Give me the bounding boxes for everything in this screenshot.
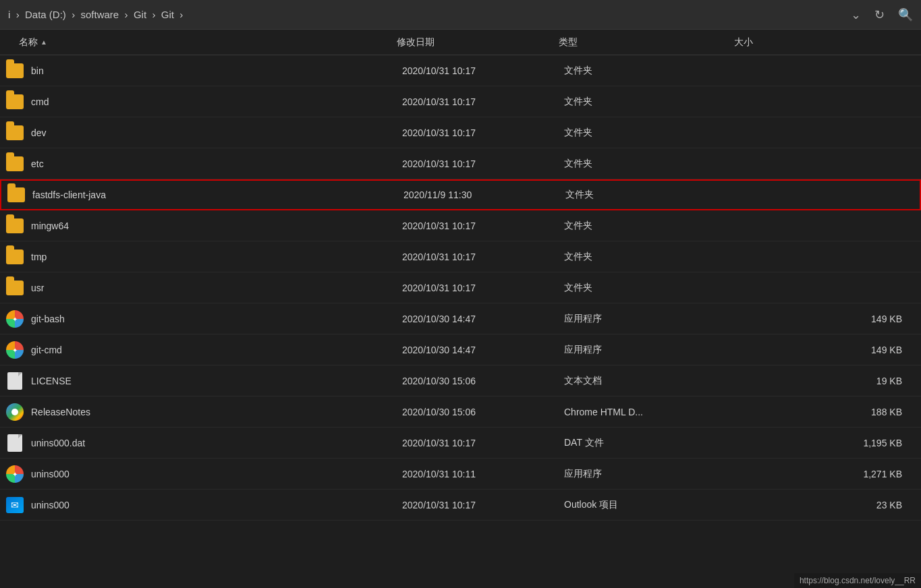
- col-date-header[interactable]: 修改日期: [397, 36, 559, 49]
- file-row[interactable]: tmp2020/10/31 10:17文件夹: [0, 241, 921, 272]
- file-row[interactable]: git-bash2020/10/30 14:47应用程序149 KB: [0, 303, 921, 334]
- file-row[interactable]: unins0002020/10/31 10:17Outlook 项目23 KB: [0, 490, 921, 521]
- file-row[interactable]: fastdfs-client-java2020/11/9 11:30文件夹: [0, 179, 921, 210]
- file-name: tmp: [31, 252, 402, 262]
- column-headers: 名称 ▲ 修改日期 类型 大小: [0, 30, 921, 55]
- file-name: unins000: [31, 500, 402, 510]
- file-date: 2020/10/31 10:17: [402, 252, 564, 262]
- git-icon: [5, 341, 24, 359]
- folder-icon: [5, 92, 24, 111]
- file-size: 23 KB: [739, 500, 916, 510]
- file-date: 2020/10/31 10:17: [402, 158, 564, 169]
- file-row[interactable]: dev2020/10/31 10:17文件夹: [0, 117, 921, 148]
- file-type: 文件夹: [565, 189, 741, 201]
- file-name: dev: [31, 127, 402, 138]
- file-date: 2020/10/31 10:17: [402, 96, 564, 107]
- file-name: fastdfs-client-java: [32, 189, 403, 200]
- folder-icon: [5, 61, 24, 80]
- file-type: 文本文档: [564, 375, 739, 387]
- outlook-icon: [5, 496, 24, 514]
- file-type: 应用程序: [564, 344, 739, 356]
- folder-icon: [5, 216, 24, 235]
- status-url: https://blog.csdn.net/lovely__RR: [800, 576, 916, 585]
- folder-icon: [7, 185, 26, 204]
- file-size: 149 KB: [739, 314, 916, 324]
- col-name-header[interactable]: 名称 ▲: [5, 36, 397, 49]
- file-row[interactable]: etc2020/10/31 10:17文件夹: [0, 148, 921, 179]
- file-name: mingw64: [31, 220, 402, 231]
- dropdown-icon[interactable]: ⌄: [851, 7, 861, 22]
- file-date: 2020/10/31 10:17: [402, 438, 564, 448]
- file-type: 文件夹: [564, 65, 739, 77]
- file-size: 1,271 KB: [739, 469, 916, 479]
- file-date: 2020/10/30 14:47: [402, 314, 564, 324]
- file-row[interactable]: unins000.dat2020/10/31 10:17DAT 文件1,195 …: [0, 428, 921, 459]
- file-name: git-bash: [31, 314, 402, 324]
- breadcrumb: i › Data (D:) › software › Git › Git ›: [8, 9, 183, 20]
- file-type: 文件夹: [564, 127, 739, 139]
- file-name: LICENSE: [31, 376, 402, 386]
- col-type-header[interactable]: 类型: [559, 36, 734, 49]
- file-name: unins000: [31, 469, 402, 479]
- file-date: 2020/10/31 10:17: [402, 220, 564, 231]
- folder-icon: [5, 154, 24, 173]
- file-name: git-cmd: [31, 345, 402, 355]
- file-size: 1,195 KB: [739, 438, 916, 448]
- file-type: DAT 文件: [564, 437, 739, 449]
- file-type: 文件夹: [564, 282, 739, 294]
- file-size: 149 KB: [739, 345, 916, 355]
- file-name: unins000.dat: [31, 438, 402, 448]
- file-name: usr: [31, 283, 402, 293]
- file-type: 文件夹: [564, 96, 739, 108]
- file-date: 2020/10/31 10:17: [402, 283, 564, 293]
- file-size: 188 KB: [739, 407, 916, 417]
- file-date: 2020/10/31 10:17: [402, 65, 564, 76]
- file-size: 19 KB: [739, 376, 916, 386]
- file-row[interactable]: git-cmd2020/10/30 14:47应用程序149 KB: [0, 334, 921, 365]
- git-icon: [5, 465, 24, 483]
- file-name: cmd: [31, 96, 402, 107]
- file-date: 2020/10/30 15:06: [402, 407, 564, 417]
- sort-arrow: ▲: [40, 38, 47, 46]
- file-date: 2020/10/30 15:06: [402, 376, 564, 386]
- file-date: 2020/10/30 14:47: [402, 345, 564, 355]
- file-type: 文件夹: [564, 251, 739, 263]
- dat-icon: [5, 434, 24, 452]
- file-type: 应用程序: [564, 468, 739, 480]
- git-icon: [5, 310, 24, 328]
- file-date: 2020/10/31 10:11: [402, 469, 564, 479]
- file-type: 文件夹: [564, 158, 739, 170]
- file-name: bin: [31, 65, 402, 76]
- file-row[interactable]: usr2020/10/31 10:17文件夹: [0, 272, 921, 303]
- address-bar: i › Data (D:) › software › Git › Git › ⌄…: [0, 0, 921, 30]
- file-date: 2020/11/9 11:30: [403, 189, 565, 200]
- file-date: 2020/10/31 10:17: [402, 500, 564, 510]
- file-row[interactable]: cmd2020/10/31 10:17文件夹: [0, 86, 921, 117]
- file-type: 文件夹: [564, 220, 739, 232]
- text-icon: [5, 372, 24, 390]
- chrome-icon: [5, 403, 24, 421]
- refresh-icon[interactable]: ↻: [874, 7, 885, 22]
- file-row[interactable]: mingw642020/10/31 10:17文件夹: [0, 210, 921, 241]
- file-row[interactable]: ReleaseNotes2020/10/30 15:06Chrome HTML …: [0, 396, 921, 428]
- file-row[interactable]: LICENSE2020/10/30 15:06文本文档19 KB: [0, 365, 921, 396]
- file-type: Outlook 项目: [564, 499, 739, 511]
- file-row[interactable]: unins0002020/10/31 10:11应用程序1,271 KB: [0, 459, 921, 490]
- file-date: 2020/10/31 10:17: [402, 127, 564, 138]
- col-size-header[interactable]: 大小: [734, 36, 916, 49]
- folder-icon: [5, 123, 24, 142]
- file-name: etc: [31, 158, 402, 169]
- file-type: Chrome HTML D...: [564, 407, 739, 417]
- file-list: bin2020/10/31 10:17文件夹cmd2020/10/31 10:1…: [0, 55, 921, 521]
- folder-icon: [5, 278, 24, 297]
- file-row[interactable]: bin2020/10/31 10:17文件夹: [0, 55, 921, 86]
- folder-icon: [5, 247, 24, 266]
- file-name: ReleaseNotes: [31, 407, 402, 417]
- file-type: 应用程序: [564, 313, 739, 325]
- toolbar-icons: ⌄ ↻ 🔍: [851, 7, 913, 22]
- search-icon[interactable]: 🔍: [898, 7, 913, 22]
- status-bar: https://blog.csdn.net/lovely__RR: [794, 573, 921, 588]
